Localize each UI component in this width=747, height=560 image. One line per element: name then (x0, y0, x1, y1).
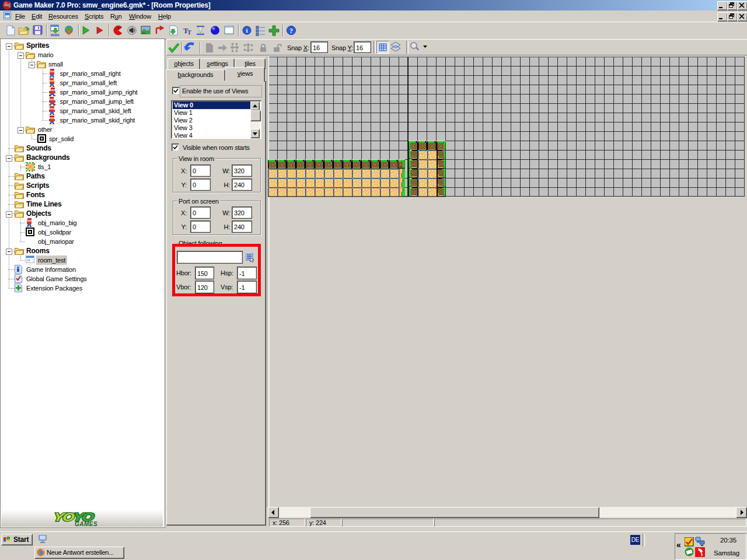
svg-text:i: i (246, 27, 248, 34)
svg-text:10101: 10101 (50, 33, 60, 36)
svg-text:?: ? (289, 27, 293, 35)
svg-text:T: T (187, 29, 191, 36)
svg-text:GAMES: GAMES (75, 521, 97, 527)
